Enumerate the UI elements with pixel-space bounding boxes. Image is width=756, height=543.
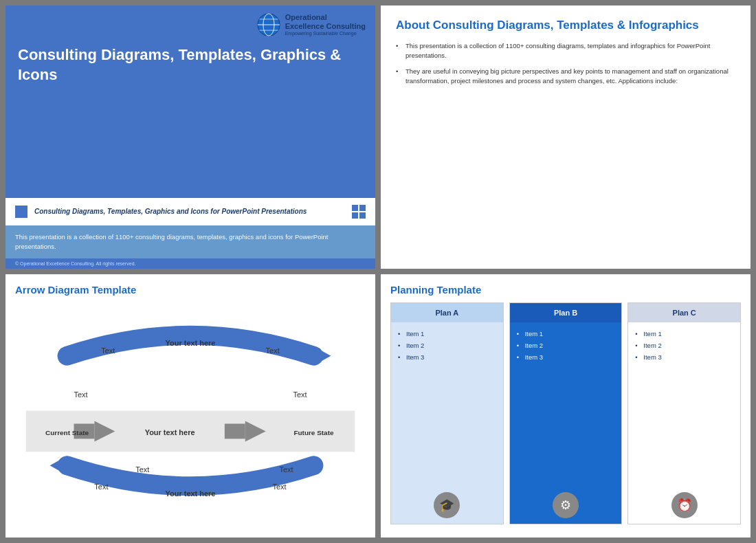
slide1-logo: Operational Excellence Consulting Empowe… [256, 12, 366, 37]
svg-text:Text: Text [94, 483, 108, 491]
svg-text:Current State: Current State [45, 429, 89, 436]
svg-text:Text: Text [135, 465, 149, 474]
svg-text:Text: Text [74, 390, 87, 399]
svg-text:Your text here: Your text here [166, 339, 216, 347]
svg-marker-10 [50, 456, 67, 475]
plan-c-icon-bar: ⏰ [628, 488, 740, 524]
slide1-copyright: © Operational Excellence Consulting. All… [15, 261, 366, 266]
cross-icon [352, 205, 366, 219]
plan-c-item-1: Item 1 [635, 328, 733, 340]
plan-a-icon-bar: 🎓 [391, 488, 503, 524]
slide-1: Operational Excellence Consulting Empowe… [5, 5, 375, 269]
plan-a-item-2: Item 2 [398, 340, 496, 351]
plan-c-item-3: Item 3 [635, 351, 733, 363]
plan-b-header: Plan B [510, 303, 622, 322]
slide1-footer: © Operational Excellence Consulting. All… [5, 258, 375, 269]
slide1-desc-bar: This presentation is a collection of 110… [5, 225, 375, 259]
slide1-header: Operational Excellence Consulting Empowe… [5, 5, 375, 190]
plan-b-item-1: Item 1 [517, 328, 615, 340]
plan-b-body: Item 1 Item 2 Item 3 [510, 322, 622, 488]
svg-text:Your text here: Your text here [145, 428, 195, 436]
svg-rect-6 [359, 205, 366, 211]
plan-col-a: Plan A Item 1 Item 2 Item 3 🎓 [390, 302, 504, 524]
arrow-diagram: Text Text Text Text Your text here Text … [15, 301, 366, 527]
plan-b-icon-bar: ⚙ [510, 488, 622, 524]
svg-rect-5 [352, 205, 358, 211]
svg-rect-8 [359, 212, 366, 219]
svg-text:Text: Text [280, 465, 293, 474]
arrow-diagram-svg: Text Text Text Text Your text here Text … [15, 301, 366, 527]
slide2-bullet1: This presentation is a collection of 110… [396, 41, 735, 61]
slide1-subtitle: Consulting Diagrams, Templates, Graphics… [34, 207, 345, 217]
plan-c-body: Item 1 Item 2 Item 3 [628, 322, 740, 488]
svg-rect-15 [225, 423, 245, 439]
svg-text:Your text here: Your text here [166, 489, 216, 498]
plan-b-item-2: Item 2 [517, 340, 615, 351]
plan-a-item-1: Item 1 [398, 328, 496, 340]
plan-col-b: Plan B Item 1 Item 2 Item 3 ⚙ [509, 302, 623, 524]
svg-text:Text: Text [273, 483, 287, 491]
svg-text:Future State: Future State [293, 429, 334, 436]
globe-icon [256, 12, 281, 37]
graduation-icon: 🎓 [434, 492, 460, 518]
slide1-description: This presentation is a collection of 110… [15, 232, 366, 252]
plan-b-item-3: Item 3 [517, 351, 615, 363]
svg-text:Text: Text [293, 390, 307, 399]
slide3-title: Arrow Diagram Template [15, 284, 366, 296]
svg-marker-9 [313, 346, 331, 366]
plan-c-item-2: Item 2 [635, 340, 733, 351]
svg-text:Text: Text [101, 346, 115, 355]
slide1-title: Consulting Diagrams, Templates, Graphics… [18, 45, 363, 85]
planning-grid: Plan A Item 1 Item 2 Item 3 🎓 Plan B Ite… [390, 302, 741, 524]
slide-4: Planning Template Plan A Item 1 Item 2 I… [381, 274, 751, 538]
logo-text: Operational Excellence Consulting Empowe… [285, 13, 366, 37]
svg-text:Text: Text [266, 346, 280, 355]
svg-rect-7 [352, 212, 358, 219]
slide4-title: Planning Template [390, 284, 741, 296]
slide1-subtitle-bar: Consulting Diagrams, Templates, Graphics… [5, 198, 375, 225]
slide-3: Arrow Diagram Template Text Text [5, 274, 375, 538]
plan-a-body: Item 1 Item 2 Item 3 [391, 322, 503, 488]
plan-a-header: Plan A [391, 303, 503, 322]
slide-2: About Consulting Diagrams, Templates & I… [381, 5, 751, 269]
gear-icon: ⚙ [553, 492, 579, 518]
plan-c-header: Plan C [628, 303, 740, 322]
slide2-title: About Consulting Diagrams, Templates & I… [396, 18, 735, 33]
plan-col-c: Plan C Item 1 Item 2 Item 3 ⏰ [627, 302, 741, 524]
alarm-icon: ⏰ [671, 492, 698, 518]
slide2-bullet2: They are useful in conveying big picture… [396, 67, 735, 87]
subtitle-icon [15, 206, 27, 218]
plan-a-item-3: Item 3 [398, 351, 496, 363]
